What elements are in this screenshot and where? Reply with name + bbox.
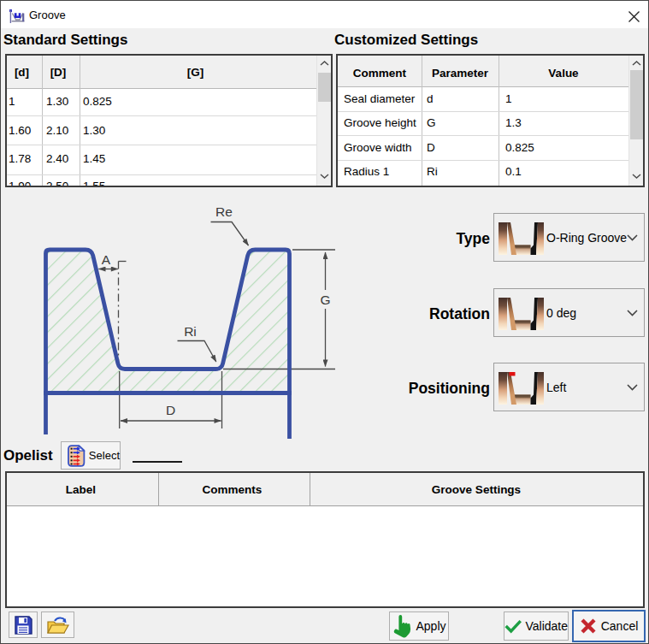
svg-text:A: A [102,252,111,267]
svg-text:D: D [166,403,175,417]
svg-text:G: G [320,292,330,307]
svg-text:Re: Re [215,204,233,219]
svg-text:Ri: Ri [184,324,197,339]
